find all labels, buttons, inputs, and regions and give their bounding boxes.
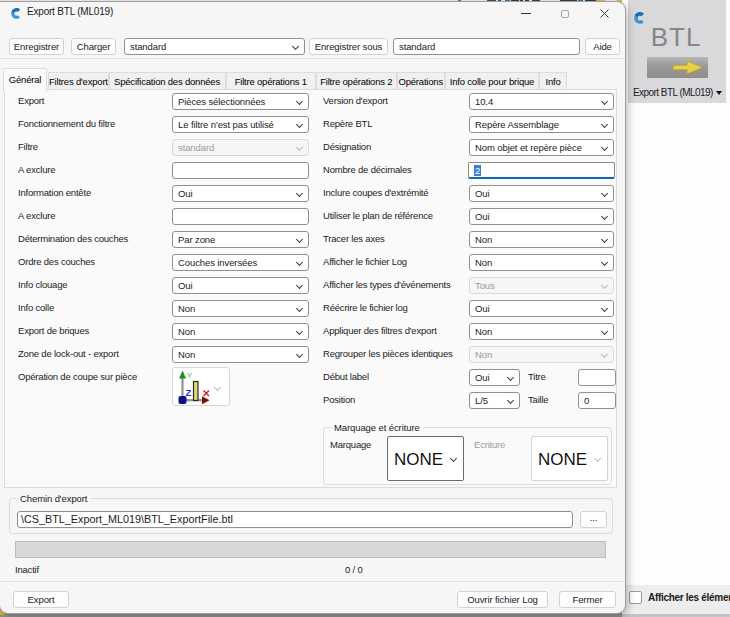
svg-text:Z: Z [186, 387, 192, 398]
svg-text:Y: Y [187, 371, 193, 380]
